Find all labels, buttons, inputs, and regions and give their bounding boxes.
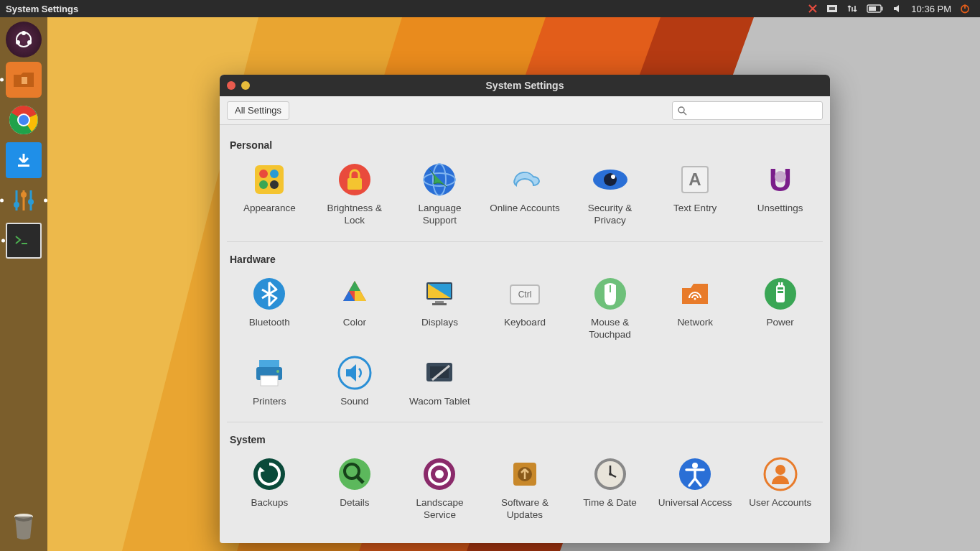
launcher-files[interactable] bbox=[6, 62, 42, 98]
settings-item-label: Network bbox=[677, 317, 713, 329]
svg-rect-4 bbox=[882, 7, 883, 11]
printers-icon bbox=[251, 354, 288, 392]
close-indicator-icon[interactable] bbox=[803, 0, 822, 17]
landscape-icon bbox=[421, 455, 458, 493]
active-app-title: System Settings bbox=[6, 4, 78, 14]
settings-item-label: Security & Privacy bbox=[571, 203, 649, 227]
keyboard-icon bbox=[506, 275, 543, 312]
settings-item-label: Unsettings bbox=[757, 203, 803, 215]
settings-item-details[interactable]: Details bbox=[312, 451, 398, 530]
settings-item-label: Brightness & Lock bbox=[316, 203, 393, 227]
window-toolbar: All Settings bbox=[220, 96, 830, 125]
settings-item-label: Time & Date bbox=[583, 497, 637, 509]
section-title: System bbox=[227, 430, 823, 451]
settings-item-label: Text Entry bbox=[673, 203, 717, 215]
sound-icon bbox=[336, 354, 373, 392]
settings-item-label: Mouse & Touchpad bbox=[571, 317, 649, 341]
settings-item-label: Backups bbox=[251, 497, 288, 509]
settings-item-brightness-lock[interactable]: Brightness & Lock bbox=[312, 157, 398, 236]
clock[interactable]: 10:36 PM bbox=[907, 0, 956, 17]
svg-point-23 bbox=[28, 199, 34, 205]
bluetooth-icon bbox=[251, 275, 288, 312]
settings-item-bluetooth[interactable]: Bluetooth bbox=[227, 271, 312, 350]
window-title: System Settings bbox=[220, 80, 830, 91]
settings-item-software-updates[interactable]: Software & Updates bbox=[482, 451, 568, 530]
settings-item-label: Keyboard bbox=[504, 317, 546, 329]
settings-item-label: Power bbox=[767, 317, 794, 329]
svg-point-16 bbox=[19, 115, 29, 125]
launcher-settings-sliders[interactable] bbox=[6, 182, 42, 218]
color-icon bbox=[336, 275, 373, 312]
settings-item-label: User Accounts bbox=[749, 497, 811, 509]
power-menu-icon[interactable] bbox=[956, 0, 974, 17]
text-entry-icon bbox=[676, 161, 714, 198]
settings-item-label: Language Support bbox=[401, 203, 478, 227]
settings-item-wacom[interactable]: Wacom Tablet bbox=[397, 350, 482, 417]
settings-item-label: Displays bbox=[421, 317, 458, 329]
settings-item-network[interactable]: Network bbox=[653, 271, 738, 350]
launcher bbox=[0, 17, 47, 551]
section-title: Hardware bbox=[227, 249, 823, 271]
settings-item-label: Appearance bbox=[243, 203, 296, 215]
launcher-dash[interactable] bbox=[6, 22, 42, 57]
window-minimize-button[interactable] bbox=[241, 81, 250, 90]
search-box[interactable] bbox=[672, 101, 823, 120]
settings-item-text-entry[interactable]: Text Entry bbox=[653, 157, 738, 236]
settings-item-backups[interactable]: Backups bbox=[227, 451, 312, 530]
window-close-button[interactable] bbox=[227, 81, 235, 90]
settings-item-label: Online Accounts bbox=[490, 203, 560, 215]
search-input[interactable] bbox=[691, 105, 818, 116]
settings-item-label: Details bbox=[340, 497, 369, 509]
settings-item-label: Universal Access bbox=[658, 497, 732, 509]
svg-rect-12 bbox=[22, 77, 27, 84]
settings-item-displays[interactable]: Displays bbox=[397, 271, 482, 350]
launcher-trash[interactable] bbox=[6, 508, 42, 544]
settings-item-power[interactable]: Power bbox=[737, 271, 823, 350]
settings-item-user-accounts[interactable]: User Accounts bbox=[737, 451, 823, 530]
keyboard-layout-indicator[interactable] bbox=[822, 0, 842, 17]
launcher-terminal[interactable] bbox=[6, 223, 42, 259]
system-settings-window: System Settings All Settings PersonalApp… bbox=[220, 75, 830, 543]
universal-access-icon bbox=[676, 455, 714, 493]
settings-item-appearance[interactable]: Appearance bbox=[227, 157, 312, 236]
appearance-icon bbox=[251, 161, 288, 198]
svg-point-11 bbox=[27, 40, 32, 45]
svg-rect-2 bbox=[829, 7, 835, 10]
settings-item-label: Printers bbox=[253, 396, 286, 408]
all-settings-button[interactable]: All Settings bbox=[227, 101, 289, 120]
settings-item-keyboard[interactable]: Keyboard bbox=[482, 271, 568, 350]
settings-item-landscape[interactable]: Landscape Service bbox=[397, 451, 482, 530]
security-privacy-icon bbox=[592, 161, 629, 198]
battery-indicator-icon[interactable] bbox=[862, 0, 888, 17]
section-title: Personal bbox=[227, 135, 823, 157]
settings-item-universal-access[interactable]: Universal Access bbox=[653, 451, 738, 530]
settings-item-sound[interactable]: Sound bbox=[312, 350, 398, 417]
software-updates-icon bbox=[506, 455, 543, 493]
launcher-chrome[interactable] bbox=[6, 102, 42, 138]
network-indicator-icon[interactable] bbox=[842, 0, 862, 17]
svg-rect-5 bbox=[869, 6, 876, 11]
settings-item-mouse[interactable]: Mouse & Touchpad bbox=[567, 271, 653, 350]
settings-item-online-accounts[interactable]: Online Accounts bbox=[482, 157, 568, 236]
svg-point-9 bbox=[22, 31, 26, 35]
settings-item-label: Bluetooth bbox=[249, 317, 290, 329]
settings-item-language[interactable]: Language Support bbox=[397, 157, 482, 236]
sound-indicator-icon[interactable] bbox=[888, 0, 907, 17]
mouse-icon bbox=[592, 275, 629, 312]
settings-item-printers[interactable]: Printers bbox=[227, 350, 312, 417]
svg-line-27 bbox=[683, 112, 686, 115]
svg-point-21 bbox=[14, 202, 19, 208]
unsettings-icon bbox=[762, 161, 799, 198]
search-icon bbox=[677, 106, 687, 116]
settings-item-security-privacy[interactable]: Security & Privacy bbox=[567, 157, 653, 236]
settings-item-color[interactable]: Color bbox=[312, 271, 398, 350]
user-accounts-icon bbox=[762, 455, 799, 493]
top-panel: System Settings 10:36 PM bbox=[0, 0, 980, 17]
power-icon bbox=[762, 275, 799, 312]
settings-item-time-date[interactable]: Time & Date bbox=[567, 451, 653, 530]
launcher-download[interactable] bbox=[6, 142, 42, 178]
settings-item-label: Wacom Tablet bbox=[409, 396, 470, 408]
settings-item-unsettings[interactable]: Unsettings bbox=[737, 157, 823, 236]
svg-rect-17 bbox=[18, 165, 29, 167]
window-titlebar[interactable]: System Settings bbox=[220, 75, 830, 96]
